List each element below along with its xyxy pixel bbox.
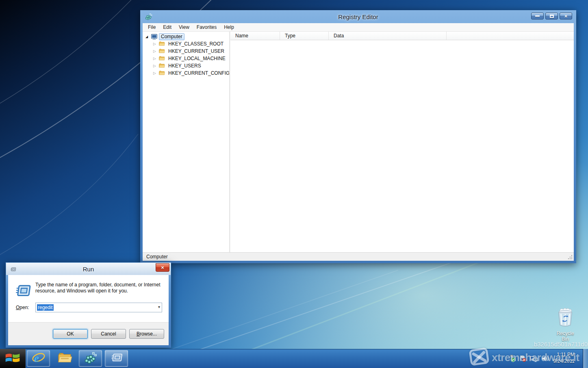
minimize-button[interactable] — [531, 13, 544, 19]
open-combobox[interactable]: regedit ▾ — [35, 303, 162, 312]
run-window-icon — [110, 352, 124, 366]
minimize-icon — [535, 15, 540, 17]
taskbar-clock[interactable]: 1:11 PM 9/24/2011 — [553, 351, 575, 364]
ok-button[interactable]: OK — [53, 329, 88, 339]
computer-icon — [151, 34, 158, 40]
taskbar-file-explorer[interactable] — [53, 350, 76, 367]
regedit-icon — [84, 351, 97, 366]
recycle-bin-icon[interactable]: Recycle Bin — [553, 307, 578, 342]
action-center-flag-icon[interactable] — [519, 355, 527, 362]
taskbar-internet-explorer[interactable]: e — [27, 350, 50, 367]
run-window-icon — [10, 266, 17, 272]
tree-item-computer-label[interactable]: Computer — [159, 33, 184, 40]
desktop: .b32615d501a711d0 Recycle Bin — [0, 0, 588, 368]
volume-icon[interactable] — [541, 355, 549, 362]
registry-editor-titlebar[interactable]: Registry Editor × — [143, 10, 574, 23]
windows-flag-icon — [4, 352, 21, 366]
window-controls: × — [531, 13, 572, 19]
registry-values-pane: Name Type Data — [230, 32, 574, 252]
values-column-headers: Name Type Data — [230, 32, 574, 40]
registry-tree-pane: ◢ Computer ▷ — [143, 32, 230, 252]
taskbar-run[interactable] — [105, 350, 128, 367]
tree-collapsed-arrow-icon[interactable]: ▷ — [153, 49, 158, 53]
close-icon: × — [161, 264, 164, 271]
folder-icon — [158, 70, 165, 76]
values-list-empty[interactable] — [230, 40, 574, 252]
network-icon[interactable] — [530, 355, 538, 362]
column-header-name[interactable]: Name — [230, 32, 280, 40]
cancel-button[interactable]: Cancel — [91, 329, 126, 339]
run-body: Type the name of a program, folder, docu… — [8, 275, 169, 322]
tree-collapsed-arrow-icon[interactable]: ▷ — [153, 64, 158, 68]
folder-icon — [57, 352, 72, 366]
menu-favorites[interactable]: Favorites — [193, 24, 220, 31]
maximize-button[interactable] — [545, 13, 558, 19]
registry-editor-title: Registry Editor — [338, 13, 378, 20]
registry-menubar: File Edit View Favorites Help — [143, 23, 574, 32]
registry-statusbar: Computer — [143, 252, 574, 261]
system-tray — [508, 355, 549, 362]
folder-icon — [158, 56, 165, 62]
run-icon — [14, 284, 31, 299]
tree-item-computer[interactable]: ◢ Computer — [143, 33, 229, 40]
tree-expanded-arrow-icon[interactable]: ◢ — [145, 35, 151, 39]
column-header-data[interactable]: Data — [329, 32, 447, 40]
tree-item-label[interactable]: HKEY_CURRENT_USER — [167, 48, 226, 54]
folder-icon — [158, 41, 165, 47]
run-titlebar[interactable]: Run × — [6, 263, 171, 275]
clock-time: 1:11 PM — [553, 351, 575, 358]
tree-collapsed-arrow-icon[interactable]: ▷ — [153, 42, 158, 46]
tree-item-hkey-local-machine[interactable]: ▷ HKEY_LOCAL_MACHINE — [143, 55, 229, 62]
open-input-value[interactable]: regedit — [37, 304, 54, 311]
svg-text:e: e — [34, 352, 39, 364]
tree-item-label[interactable]: HKEY_CURRENT_CONFIG — [167, 70, 230, 76]
run-message: Type the name of a program, folder, docu… — [35, 282, 162, 294]
close-button[interactable]: × — [560, 13, 572, 19]
run-footer: OK Cancel Browse... — [8, 322, 169, 345]
folder-icon — [158, 48, 165, 54]
tree-item-hkey-current-config[interactable]: ▷ HKEY_CURRENT_CONFIG — [143, 69, 229, 77]
start-button[interactable] — [0, 349, 26, 368]
tree-item-hkey-users[interactable]: ▷ HKEY_USERS — [143, 62, 229, 69]
menu-help[interactable]: Help — [220, 24, 238, 31]
column-header-blank — [447, 32, 574, 40]
recycle-bin-glyph — [556, 323, 575, 330]
menu-file[interactable]: File — [144, 24, 159, 31]
maximize-icon — [550, 15, 554, 18]
open-label: Open: — [16, 305, 29, 310]
clock-date: 9/24/2011 — [553, 358, 575, 364]
menu-edit[interactable]: Edit — [159, 24, 175, 31]
statusbar-path: Computer — [146, 254, 168, 260]
build-watermark: .b32615d501a711d0 — [532, 341, 588, 348]
tree-collapsed-arrow-icon[interactable]: ▷ — [153, 56, 158, 61]
tree-collapsed-arrow-icon[interactable]: ▷ — [153, 71, 158, 75]
resize-grip[interactable] — [568, 255, 573, 260]
taskbar-apps: e — [27, 350, 128, 367]
internet-explorer-icon: e — [32, 351, 46, 366]
run-title: Run — [83, 266, 94, 273]
menu-view[interactable]: View — [175, 24, 193, 31]
combo-dropdown-icon[interactable]: ▾ — [158, 305, 160, 309]
registry-editor-window: Registry Editor × File Edit View Favorit… — [140, 10, 576, 263]
column-header-type[interactable]: Type — [280, 32, 329, 40]
folder-icon — [158, 63, 165, 69]
tree-item-label[interactable]: HKEY_LOCAL_MACHINE — [167, 56, 227, 62]
close-icon: × — [564, 13, 568, 19]
taskbar: e — [0, 349, 588, 368]
usb-safely-remove-icon[interactable] — [508, 355, 516, 362]
tree-item-label[interactable]: HKEY_USERS — [167, 63, 203, 69]
regedit-icon — [145, 13, 152, 20]
tree-item-hkey-current-user[interactable]: ▷ HKEY_CURRENT_USER — [143, 48, 229, 55]
taskbar-registry-editor[interactable] — [79, 350, 102, 367]
run-dialog: Run × Type the name of a program, folder… — [6, 262, 171, 348]
recycle-bin-label: Recycle Bin — [553, 331, 578, 342]
run-close-button[interactable]: × — [156, 263, 169, 272]
tree-item-label[interactable]: HKEY_CLASSES_ROOT — [167, 41, 225, 47]
browse-button[interactable]: Browse... — [129, 329, 164, 339]
show-desktop-button[interactable] — [583, 349, 588, 368]
tree-item-hkey-classes-root[interactable]: ▷ HKEY_CLASSES_ROOT — [143, 40, 229, 48]
